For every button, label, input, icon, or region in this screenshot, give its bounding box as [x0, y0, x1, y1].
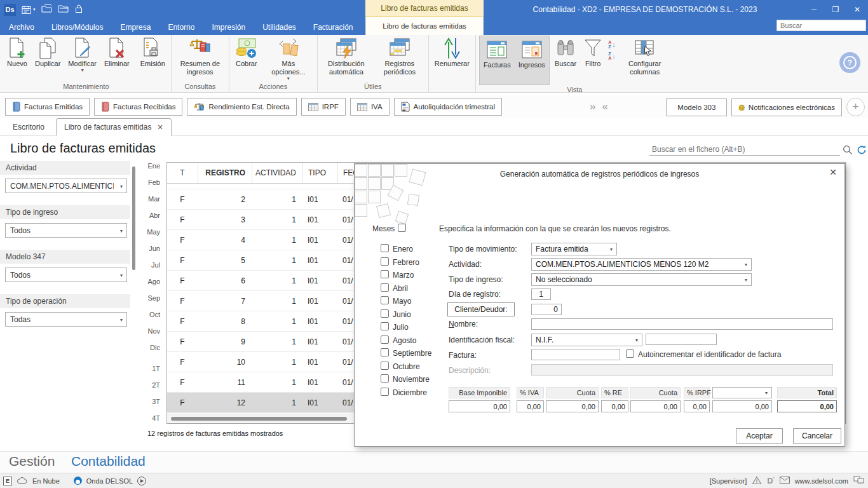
- cuota-iva-input[interactable]: 0,00: [546, 400, 599, 412]
- distribucion-automatica-button[interactable]: Distribución automática: [320, 35, 373, 82]
- lock-icon[interactable]: [74, 4, 83, 16]
- app-logo-icon[interactable]: Ds: [4, 4, 16, 16]
- filter-select-tipo-operacion[interactable]: Todas▾: [5, 312, 127, 327]
- period-ene[interactable]: Ene: [140, 162, 161, 179]
- autoincrement-checkbox[interactable]: [626, 349, 634, 358]
- period-sep[interactable]: Sep: [140, 294, 161, 311]
- chevron-right-icon[interactable]: »: [590, 100, 595, 113]
- sidebar-scrollbar[interactable]: [132, 166, 135, 270]
- checkbox-octubre[interactable]: [381, 362, 389, 370]
- menu-entorno[interactable]: Entorno: [168, 23, 194, 32]
- refresh-icon[interactable]: [857, 145, 867, 158]
- checkbox-febrero[interactable]: [381, 257, 389, 266]
- irpf-input[interactable]: 0,00: [684, 400, 710, 412]
- cliente-deudor-button[interactable]: Cliente/Deudor:: [447, 302, 515, 316]
- notificaciones-button[interactable]: e Notificaciones electrónicas: [731, 98, 842, 116]
- tipo-ingreso-select[interactable]: No seleccionado▾: [531, 273, 752, 286]
- global-search-input[interactable]: [776, 20, 866, 31]
- checkbox-noviembre[interactable]: [381, 374, 389, 383]
- module-contabilidad[interactable]: Contabilidad: [71, 454, 146, 469]
- search-icon[interactable]: [843, 145, 853, 158]
- module-gestion[interactable]: Gestión: [9, 454, 55, 469]
- period-dic[interactable]: Dic: [140, 344, 161, 360]
- period-jul[interactable]: Jul: [140, 261, 161, 278]
- close-button[interactable]: ✕: [846, 0, 868, 19]
- nuevo-button[interactable]: Nuevo: [3, 35, 31, 82]
- configurar-columnas-button[interactable]: Configurar columnas: [618, 35, 672, 82]
- fav-rendimiento-button[interactable]: Rendimiento Est. Directa: [187, 98, 296, 116]
- period-feb[interactable]: Feb: [140, 179, 161, 195]
- identificacion-select[interactable]: N.I.F.▾: [531, 334, 642, 346]
- checkbox-marzo[interactable]: [381, 270, 389, 278]
- fav-autoliquidacion-button[interactable]: Autoliquidación trimestral: [394, 98, 502, 116]
- menu-archivo[interactable]: Archivo: [9, 23, 34, 32]
- period-4t[interactable]: 4T: [140, 414, 161, 431]
- file-search-input[interactable]: [649, 144, 840, 156]
- resumen-ingresos-button[interactable]: Resumen de ingresos: [173, 35, 227, 82]
- close-tab-icon[interactable]: ✕: [157, 123, 163, 132]
- scrollbar-thumb[interactable]: [171, 417, 347, 421]
- filtro-button[interactable]: Filtro: [580, 35, 606, 82]
- website-link[interactable]: www.sdelsol.com: [795, 477, 848, 485]
- play-icon[interactable]: [137, 477, 146, 485]
- checkbox-septiembre[interactable]: [381, 348, 389, 356]
- cobrar-button[interactable]: Cobrar: [231, 35, 262, 82]
- add-favorite-button[interactable]: +: [846, 98, 865, 116]
- period-abr[interactable]: Abr: [140, 212, 161, 228]
- menu-impresion[interactable]: Impresión: [212, 23, 245, 32]
- duplicar-button[interactable]: Duplicar: [31, 35, 64, 82]
- onda-delsol-label[interactable]: Onda DELSOL: [86, 477, 133, 485]
- folder-back-icon[interactable]: [41, 4, 52, 15]
- emision-button[interactable]: Emisión: [137, 35, 169, 82]
- menu-facturacion[interactable]: Facturación: [313, 23, 353, 32]
- actividad-select[interactable]: COM.MEN.PTOS.ALIMENTICIOS MENOS 120 M2▾: [531, 258, 752, 271]
- dia-registro-input[interactable]: 1: [531, 288, 551, 300]
- ingresos-view-button[interactable]: Ingresos: [515, 36, 549, 83]
- checkbox-enero[interactable]: [381, 244, 389, 252]
- help-button[interactable]: ?: [839, 52, 860, 73]
- cliente-deudor-input[interactable]: 0: [531, 304, 562, 315]
- dialog-close-icon[interactable]: ✕: [829, 167, 837, 177]
- filter-select-actividad[interactable]: COM.MEN.PTOS.ALIMENTICIOS▾: [5, 179, 127, 193]
- checkbox-agosto[interactable]: [381, 336, 389, 344]
- eliminar-button[interactable]: Eliminar: [100, 35, 133, 82]
- modificar-button[interactable]: Modificar ▾: [64, 35, 100, 82]
- fav-irpf-button[interactable]: IRPF: [301, 98, 346, 116]
- fav-facturas-recibidas-button[interactable]: Facturas Recibidas: [94, 98, 182, 116]
- period-may[interactable]: May: [140, 228, 161, 245]
- delsol-d-icon[interactable]: D': [767, 476, 774, 485]
- iva-input[interactable]: 0,00: [517, 400, 544, 412]
- aceptar-button[interactable]: Aceptar: [736, 428, 783, 444]
- checkbox-julio[interactable]: [381, 322, 389, 330]
- mail-icon[interactable]: [780, 477, 790, 485]
- tab-libro-facturas[interactable]: Libro de facturas emitidas ✕: [56, 118, 172, 136]
- maximize-button[interactable]: ❐: [825, 0, 846, 19]
- tab-escritorio[interactable]: Escritorio: [1, 119, 56, 135]
- facturas-view-button[interactable]: Facturas: [480, 36, 515, 83]
- monitors-icon[interactable]: [853, 476, 864, 485]
- irpf-type-select[interactable]: ▾: [712, 387, 772, 398]
- contextual-tab-label[interactable]: Libro de facturas emitidas: [365, 17, 484, 35]
- onda-delsol-icon[interactable]: [74, 477, 82, 485]
- period-oct[interactable]: Oct: [140, 311, 161, 327]
- modelo-303-button[interactable]: Modelo 303: [666, 98, 727, 116]
- re-input[interactable]: 0,00: [601, 400, 628, 412]
- checkbox-diciembre[interactable]: [381, 388, 389, 396]
- filter-select-tipo-ingreso[interactable]: Todos▾: [5, 223, 127, 238]
- en-nube-label[interactable]: En Nube: [32, 477, 60, 485]
- menu-empresa[interactable]: Empresa: [120, 23, 151, 32]
- mas-opciones-button[interactable]: Más opciones... ▾: [262, 35, 315, 82]
- checkbox-junio[interactable]: [381, 309, 389, 318]
- base-imponible-input[interactable]: 0,00: [449, 400, 510, 412]
- factura-input[interactable]: [531, 349, 620, 360]
- minimize-button[interactable]: ─: [803, 0, 825, 19]
- renumerar-button[interactable]: Renumerar: [431, 35, 473, 82]
- buscar-button[interactable]: Buscar: [551, 35, 580, 82]
- warning-icon[interactable]: [752, 476, 762, 486]
- period-jun[interactable]: Jun: [140, 245, 161, 261]
- period-mar[interactable]: Mar: [140, 195, 161, 212]
- nif-input[interactable]: [646, 334, 717, 345]
- period-2t[interactable]: 2T: [140, 381, 161, 398]
- chevron-left-icon[interactable]: «: [602, 100, 607, 113]
- period-ago[interactable]: Ago: [140, 278, 161, 294]
